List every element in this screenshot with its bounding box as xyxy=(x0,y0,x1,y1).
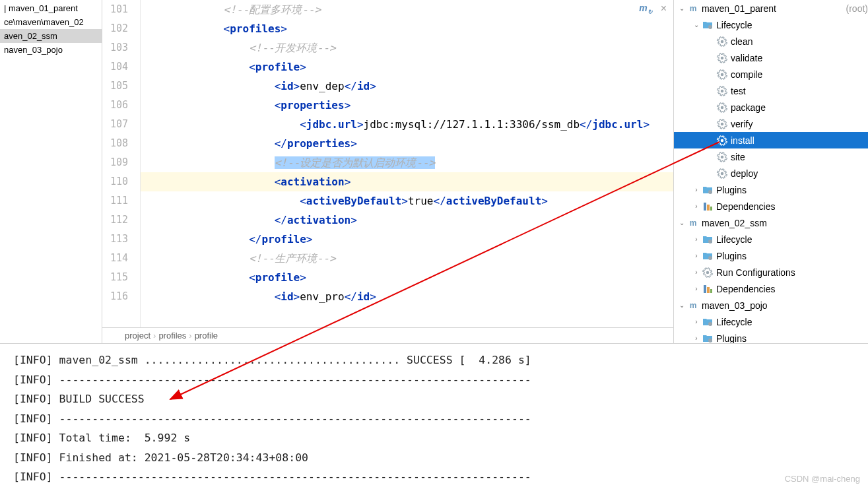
svg-rect-9 xyxy=(710,289,712,293)
svg-point-0 xyxy=(708,25,712,29)
line-gutter: 1011021031041051061071081091101111121131… xyxy=(102,0,141,327)
chevron-down-icon[interactable]: ⌄ xyxy=(691,21,702,28)
line-number: 103 xyxy=(102,38,128,57)
breadcrumb-item[interactable]: profile xyxy=(195,331,218,341)
line-number: 113 xyxy=(102,230,128,249)
close-icon[interactable]: × xyxy=(661,3,667,15)
maven-node-maven_02_ssm[interactable]: ⌄mmaven_02_ssm xyxy=(674,214,868,231)
tree-label: Dependencies xyxy=(716,201,868,212)
maven-node-plugins[interactable]: ›Plugins xyxy=(674,330,868,343)
folder-icon xyxy=(702,333,714,344)
tree-label: deploy xyxy=(731,168,868,179)
line-number: 108 xyxy=(102,134,128,153)
chevron-down-icon[interactable]: ⌄ xyxy=(677,219,687,226)
code-line[interactable]: <!--生产环境--> xyxy=(141,249,673,268)
gear-icon xyxy=(702,267,714,278)
maven-goal-clean[interactable]: clean xyxy=(674,33,868,49)
maven-node-lifecycle[interactable]: ›Lifecycle xyxy=(674,231,868,247)
svg-point-5 xyxy=(708,240,712,244)
maven-node-lifecycle[interactable]: ⌄Lifecycle xyxy=(674,16,868,33)
line-number: 111 xyxy=(102,191,128,211)
code-line[interactable]: <jdbc.url>jdbc:mysql://127.1.1.1:3306/ss… xyxy=(141,115,673,134)
line-number: 112 xyxy=(102,211,128,230)
code-line[interactable]: </profile> xyxy=(141,230,673,249)
code-line[interactable]: </activation> xyxy=(141,211,673,230)
tree-label: verify xyxy=(731,119,868,129)
maven-node-maven_03_pojo[interactable]: ⌄mmaven_03_pojo xyxy=(674,297,868,313)
code-line[interactable]: <activation> xyxy=(141,172,673,191)
maven-goal-compile[interactable]: compile xyxy=(674,66,868,82)
folder-icon xyxy=(702,316,714,328)
maven-goal-site[interactable]: site xyxy=(674,148,868,165)
maven-goal-package[interactable]: package xyxy=(674,99,868,115)
code-line[interactable]: <!--配置多环境--> xyxy=(141,0,673,19)
maven-goal-validate[interactable]: validate xyxy=(674,49,868,66)
code-line[interactable]: <!--开发环境--> xyxy=(141,38,673,57)
project-item[interactable]: ce\maven\maven_02 xyxy=(0,15,102,29)
maven-goal-install[interactable]: install xyxy=(674,132,868,148)
maven-panel: ⌄mmaven_01_parent (root)⌄Lifecyclecleanv… xyxy=(673,0,868,343)
line-number: 105 xyxy=(102,77,128,96)
chevron-right-icon[interactable]: › xyxy=(691,318,702,325)
maven-goal-verify[interactable]: verify xyxy=(674,115,868,132)
chevron-down-icon[interactable]: ⌄ xyxy=(677,5,687,12)
maven-node-dependencies[interactable]: ›Dependencies xyxy=(674,280,868,297)
chevron-right-icon[interactable]: › xyxy=(691,269,702,276)
code-line[interactable]: <!--设定是否为默认启动环境--> xyxy=(141,153,673,172)
chevron-right-icon[interactable]: › xyxy=(691,203,702,210)
maven-reload-icon[interactable]: m↻ xyxy=(639,3,652,15)
code-line[interactable]: <activeByDefault>true</activeByDefault> xyxy=(141,191,673,211)
project-item[interactable]: naven_03_pojo xyxy=(0,43,102,57)
chevron-right-icon[interactable]: › xyxy=(691,335,702,342)
breadcrumb[interactable]: project›profiles›profile xyxy=(102,327,673,343)
folder-icon xyxy=(702,250,714,262)
tree-label: package xyxy=(731,102,868,113)
chevron-right-icon[interactable]: › xyxy=(691,285,702,292)
code-line[interactable]: <properties> xyxy=(141,96,673,115)
chevron-right-icon[interactable]: › xyxy=(691,252,702,259)
gear-icon xyxy=(716,102,728,114)
maven-node-plugins[interactable]: ›Plugins xyxy=(674,247,868,264)
gear-icon xyxy=(716,135,728,147)
maven-node-plugins[interactable]: ›Plugins xyxy=(674,181,868,198)
code-line[interactable]: <profile> xyxy=(141,268,673,287)
build-console[interactable]: [INFO] maven_02_ssm ....................… xyxy=(0,343,868,489)
chevron-right-icon[interactable]: › xyxy=(691,236,702,243)
svg-rect-4 xyxy=(710,207,712,211)
project-item[interactable]: | maven_01_parent xyxy=(0,1,102,15)
maven-node-lifecycle[interactable]: ›Lifecycle xyxy=(674,313,868,330)
project-item[interactable]: aven_02_ssm xyxy=(0,29,102,43)
breadcrumb-item[interactable]: project xyxy=(125,331,150,341)
tree-label: Lifecycle xyxy=(716,234,868,245)
code-line[interactable]: <id>env_dep</id> xyxy=(141,77,673,96)
tree-label: Plugins xyxy=(716,251,868,261)
maven-goal-deploy[interactable]: deploy xyxy=(674,165,868,181)
svg-point-10 xyxy=(708,322,712,326)
svg-rect-8 xyxy=(707,287,710,293)
maven-node-dependencies[interactable]: ›Dependencies xyxy=(674,198,868,214)
line-number: 114 xyxy=(102,249,128,268)
maven-goal-Run Configurations[interactable]: ›Run Configurations xyxy=(674,264,868,280)
maven-goal-test[interactable]: test xyxy=(674,82,868,99)
breadcrumb-item[interactable]: profiles xyxy=(158,331,186,341)
tree-label: Lifecycle xyxy=(716,20,868,30)
gear-icon xyxy=(716,36,728,48)
folder-icon xyxy=(702,19,714,31)
line-number: 106 xyxy=(102,96,128,115)
editor: m↻ × 10110210310410510610710810911011111… xyxy=(102,0,673,343)
tree-label: Plugins xyxy=(716,333,868,344)
chevron-right-icon[interactable]: › xyxy=(691,186,702,193)
code-line[interactable]: <profile> xyxy=(141,57,673,77)
code-line[interactable]: <id>env_pro</id> xyxy=(141,287,673,306)
code-area[interactable]: <!--配置多环境--> <profiles> <!--开发环境--> <pro… xyxy=(141,0,673,327)
code-line[interactable]: <profiles> xyxy=(141,19,673,38)
chevron-right-icon: › xyxy=(186,331,194,341)
gear-icon xyxy=(716,118,728,130)
project-panel: | maven_01_parentce\maven\maven_02aven_0… xyxy=(0,0,102,343)
line-number: 107 xyxy=(102,115,128,134)
maven-node-maven_01_parent[interactable]: ⌄mmaven_01_parent (root) xyxy=(674,0,868,16)
tree-label: clean xyxy=(731,36,868,47)
code-line[interactable]: </properties> xyxy=(141,134,673,153)
chevron-down-icon[interactable]: ⌄ xyxy=(677,302,687,309)
tree-label: test xyxy=(731,86,868,96)
